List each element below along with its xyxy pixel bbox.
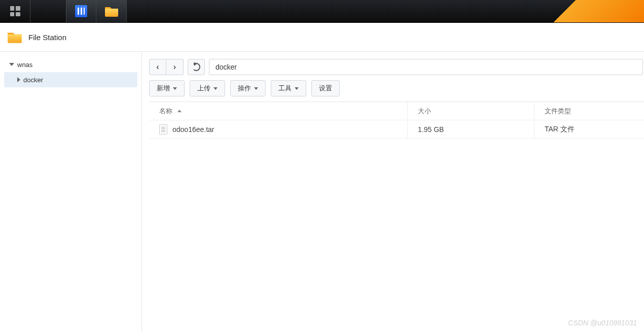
file-type: TAR 文件	[545, 125, 575, 134]
sidebar: wnas docker	[0, 52, 142, 331]
folder-icon	[104, 6, 119, 17]
chevron-right-icon: ›	[173, 62, 176, 72]
chevron-down-icon	[9, 63, 14, 66]
folder-icon	[7, 31, 22, 43]
tree-label: docker	[23, 76, 43, 84]
table-header: 名称 大小 文件类型	[149, 102, 644, 120]
caret-down-icon	[254, 87, 258, 90]
app-title-bar: File Station	[0, 23, 644, 51]
tree-root-wnas[interactable]: wnas	[4, 57, 137, 72]
apps-icon	[10, 6, 20, 16]
new-button[interactable]: 新增	[149, 80, 185, 96]
button-label: 工具	[278, 84, 292, 93]
watermark: CSDN @u010991031	[568, 319, 637, 327]
file-name: odoo16ee.tar	[172, 125, 214, 134]
taskbar-apps-button[interactable]	[0, 0, 30, 22]
header-label: 文件类型	[545, 107, 571, 116]
column-header-size[interactable]: 大小	[408, 102, 534, 120]
nav-refresh-button[interactable]	[188, 59, 205, 75]
taskbar-file-station[interactable]	[96, 0, 127, 22]
table-row[interactable]: odoo16ee.tar 1.95 GB TAR 文件	[149, 120, 644, 139]
navigation-row: ‹ › docker	[149, 59, 644, 75]
tools-button[interactable]: 工具	[271, 80, 306, 96]
nav-forward-button[interactable]: ›	[166, 59, 184, 75]
action-button[interactable]: 操作	[230, 80, 266, 96]
header-label: 大小	[418, 107, 431, 116]
button-label: 新增	[157, 84, 170, 93]
caret-down-icon	[295, 87, 299, 90]
chevron-right-icon	[17, 77, 20, 82]
file-table: 名称 大小 文件类型 odoo16ee.tar 1.95 GB TAR 文件	[149, 102, 644, 139]
tree-item-docker[interactable]: docker	[4, 72, 137, 87]
caret-down-icon	[213, 87, 218, 90]
path-text: docker	[216, 63, 237, 71]
path-input[interactable]: docker	[209, 59, 643, 75]
column-header-type[interactable]: 文件类型	[534, 102, 644, 120]
toolbar: 新增 上传 操作 工具 设置	[149, 80, 644, 96]
sort-asc-icon	[177, 110, 182, 112]
taskbar	[0, 0, 644, 23]
archive-file-icon	[159, 124, 167, 135]
upload-button[interactable]: 上传	[190, 80, 225, 96]
app-title: File Station	[28, 33, 66, 42]
file-size: 1.95 GB	[418, 125, 444, 134]
wallpaper-edge	[441, 0, 644, 22]
column-header-name[interactable]: 名称	[149, 102, 408, 120]
button-label: 设置	[319, 84, 332, 93]
button-label: 操作	[238, 84, 251, 93]
nav-back-button[interactable]: ‹	[149, 59, 166, 75]
tree-label: wnas	[17, 61, 32, 69]
caret-down-icon	[173, 87, 177, 90]
chevron-left-icon: ‹	[156, 62, 159, 72]
main-panel: ‹ › docker 新增 上传 操作 工具 设置 名称	[142, 52, 644, 331]
header-label: 名称	[159, 107, 172, 116]
taskbar-control-panel[interactable]	[66, 0, 96, 22]
button-label: 上传	[197, 84, 210, 93]
control-panel-icon	[75, 5, 87, 17]
settings-button[interactable]: 设置	[311, 80, 340, 96]
content-area: wnas docker ‹ › docker 新增 上传 操作 工具 设置	[0, 51, 644, 331]
refresh-icon	[192, 63, 200, 71]
